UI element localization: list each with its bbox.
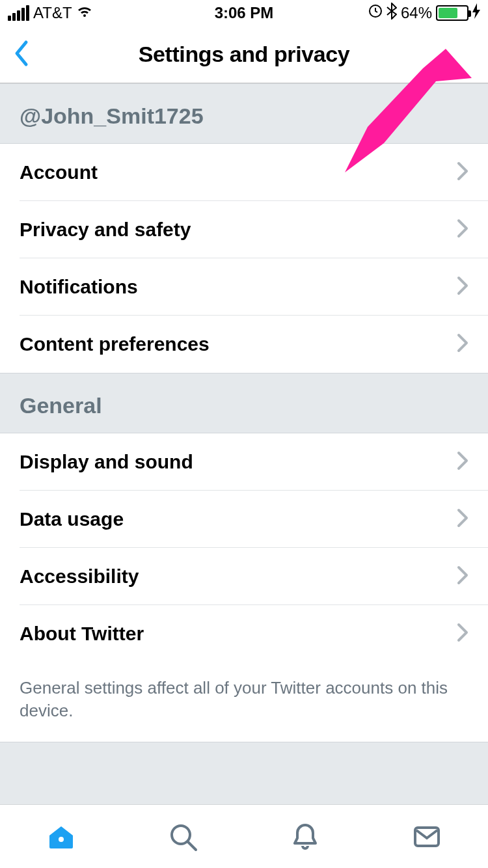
- bluetooth-icon: [386, 3, 397, 23]
- section-header-user: @John_Smit1725: [0, 83, 488, 144]
- signal-icon: [8, 5, 29, 21]
- row-label: Display and sound: [20, 451, 193, 473]
- carrier-label: AT&T: [33, 4, 72, 22]
- tab-bar: [0, 804, 488, 868]
- row-label: About Twitter: [20, 623, 144, 645]
- row-about-twitter[interactable]: About Twitter: [0, 605, 488, 662]
- chevron-right-icon: [457, 565, 468, 588]
- battery-icon: [436, 5, 468, 21]
- chevron-right-icon: [457, 276, 468, 298]
- chevron-right-icon: [457, 161, 468, 183]
- svg-point-1: [59, 837, 64, 842]
- general-footer-note: General settings affect all of your Twit…: [0, 662, 488, 742]
- tab-messages[interactable]: [407, 817, 446, 856]
- chevron-right-icon: [457, 333, 468, 355]
- nav-bar: Settings and privacy: [0, 26, 488, 83]
- section-header-user-label: @John_Smit1725: [20, 103, 468, 129]
- page-title: Settings and privacy: [139, 42, 350, 67]
- row-accessibility[interactable]: Accessibility: [0, 548, 488, 605]
- rotation-lock-icon: [368, 4, 383, 22]
- section-header-general: General: [0, 373, 488, 433]
- row-label: Account: [20, 161, 98, 183]
- row-content-preferences[interactable]: Content preferences: [0, 316, 488, 373]
- chevron-right-icon: [457, 508, 468, 530]
- status-right: 64%: [368, 3, 480, 23]
- chevron-right-icon: [457, 451, 468, 473]
- wifi-icon: [76, 4, 93, 22]
- section-header-general-label: General: [20, 393, 468, 418]
- row-account[interactable]: Account: [0, 144, 488, 201]
- row-label: Privacy and safety: [20, 219, 191, 241]
- row-label: Content preferences: [20, 333, 210, 355]
- row-notifications[interactable]: Notifications: [0, 258, 488, 316]
- status-left: AT&T: [8, 4, 93, 22]
- user-settings-list: Account Privacy and safety Notifications…: [0, 144, 488, 373]
- status-time: 3:06 PM: [215, 4, 274, 22]
- row-label: Accessibility: [20, 565, 139, 588]
- charging-icon: [472, 3, 480, 23]
- tab-search[interactable]: [163, 817, 202, 856]
- row-display-sound[interactable]: Display and sound: [0, 433, 488, 491]
- row-data-usage[interactable]: Data usage: [0, 491, 488, 548]
- spacer: [0, 742, 488, 807]
- status-bar: AT&T 3:06 PM 64%: [0, 0, 488, 26]
- general-settings-list: Display and sound Data usage Accessibili…: [0, 433, 488, 662]
- row-label: Data usage: [20, 508, 124, 530]
- back-button[interactable]: [13, 40, 29, 70]
- chevron-right-icon: [457, 623, 468, 645]
- battery-fill: [439, 8, 457, 18]
- tab-home[interactable]: [42, 817, 81, 856]
- svg-line-3: [188, 842, 196, 850]
- row-privacy-safety[interactable]: Privacy and safety: [0, 201, 488, 258]
- battery-percent: 64%: [401, 4, 432, 22]
- row-label: Notifications: [20, 276, 138, 298]
- tab-notifications[interactable]: [286, 817, 325, 856]
- chevron-right-icon: [457, 219, 468, 241]
